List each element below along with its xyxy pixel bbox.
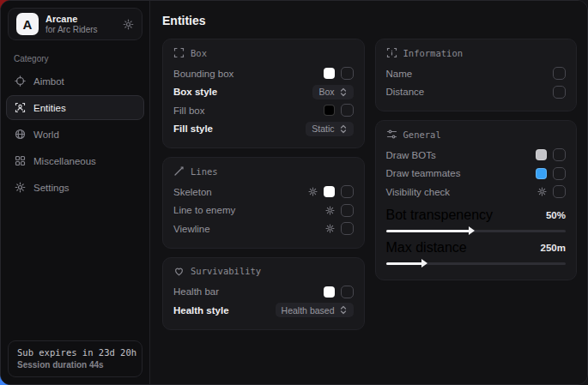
panel-box: BoxBounding boxBox styleBoxFill boxFill …	[162, 39, 365, 148]
sidebar-item-entities[interactable]: Entities	[6, 95, 144, 120]
checkbox[interactable]	[341, 222, 354, 235]
dropdown-health-style[interactable]: Health based	[276, 303, 354, 317]
dropdown-value: Static	[312, 123, 334, 134]
gear-icon	[15, 182, 26, 193]
row-health-style: Health styleHealth based	[173, 301, 354, 320]
color-swatch[interactable]	[536, 149, 547, 160]
gear-icon[interactable]	[537, 187, 547, 196]
panel-information: InformationNameDistance	[375, 39, 578, 111]
panel-columns: BoxBounding boxBox styleBoxFill boxFill …	[162, 39, 577, 330]
setting-label: Fill style	[173, 123, 213, 134]
setting-label: Viewline	[173, 224, 210, 234]
checkbox[interactable]	[553, 148, 566, 161]
panel-title: Survivability	[191, 266, 261, 276]
row-skeleton: Skeleton	[173, 183, 354, 202]
info-icon	[386, 47, 397, 58]
crosshair-icon	[15, 75, 26, 87]
row-fill-box: Fill box	[173, 101, 354, 120]
category-label: Category	[14, 54, 149, 63]
row-bounding-box: Bounding box	[173, 64, 354, 83]
setting-label: Health bar	[173, 286, 219, 297]
setting-label: Bot transpenency	[386, 208, 494, 223]
sidebar-item-world[interactable]: World	[6, 122, 144, 147]
panel-column: InformationNameDistanceGeneralDraw BOTsD…	[375, 39, 578, 280]
panel-lines: LinesSkeletonLine to enemyViewline	[162, 157, 365, 249]
row-health-bar: Health bar	[173, 283, 354, 302]
app-title: Arcane	[45, 14, 98, 25]
checkbox[interactable]	[341, 286, 354, 298]
color-swatch[interactable]	[536, 168, 547, 179]
panel-header: Lines	[173, 165, 354, 177]
chevrons-up-down-icon	[339, 124, 348, 134]
row-max-distance: Max distance250m	[386, 238, 567, 265]
heart-icon	[173, 266, 185, 277]
panel-general: GeneralDraw BOTsDraw teammatesVisibility…	[375, 120, 578, 280]
gear-icon[interactable]	[325, 224, 335, 233]
logo-card: A Arcane for Arc Riders	[8, 8, 142, 40]
sidebar-item-label: Settings	[33, 183, 70, 193]
setting-label: Draw teammates	[386, 168, 461, 178]
panel-header: Survivability	[173, 266, 354, 277]
app-subtitle: for Arc Riders	[45, 25, 98, 35]
session-duration-text: Session duration 44s	[17, 360, 133, 370]
setting-label: Skeleton	[173, 187, 212, 197]
slider-thumb[interactable]	[421, 259, 427, 268]
color-swatch[interactable]	[324, 105, 335, 116]
setting-label: Fill box	[173, 105, 204, 116]
sidebar-item-label: Aimbot	[33, 76, 64, 87]
panel-title: General	[403, 129, 441, 140]
row-viewline: Viewline	[173, 220, 354, 238]
sidebar-item-label: Entities	[33, 103, 66, 113]
checkbox[interactable]	[553, 167, 566, 180]
color-swatch[interactable]	[324, 286, 335, 298]
row-draw-bots: Draw BOTs	[386, 146, 567, 165]
sidebar-item-miscellaneous[interactable]: Miscellaneous	[6, 148, 144, 173]
gear-icon[interactable]	[123, 19, 134, 30]
color-swatch[interactable]	[324, 68, 335, 79]
panel-title: Lines	[191, 166, 218, 177]
checkbox[interactable]	[553, 86, 566, 99]
row-visibility-check: Visibility check	[386, 183, 567, 202]
row-line-to-enemy: Line to enemy	[173, 202, 354, 220]
panel-title: Box	[191, 48, 207, 58]
panel-column: BoxBounding boxBox styleBoxFill boxFill …	[162, 39, 365, 330]
slider-value: 250m	[541, 243, 566, 253]
globe-icon	[15, 129, 26, 140]
dropdown-value: Box	[318, 87, 334, 97]
line-icon	[173, 165, 185, 177]
sidebar-item-label: World	[33, 129, 59, 140]
gear-icon[interactable]	[308, 187, 318, 196]
row-box-style: Box styleBox	[173, 83, 354, 102]
dropdown-fill-style[interactable]: Static	[306, 122, 353, 136]
sidebar-item-settings[interactable]: Settings	[6, 175, 144, 200]
checkbox[interactable]	[341, 104, 354, 117]
gear-icon[interactable]	[325, 206, 335, 215]
slider-bot-transpenency[interactable]	[386, 230, 567, 232]
checkbox[interactable]	[553, 185, 566, 198]
slider-max-distance[interactable]	[386, 262, 567, 265]
entities-icon	[15, 102, 26, 113]
row-distance: Distance	[386, 83, 567, 102]
setting-label: Draw BOTs	[386, 150, 436, 160]
row-bot-transpenency: Bot transpenency50%	[386, 205, 567, 232]
setting-label: Name	[386, 69, 413, 79]
sidebar-item-aimbot[interactable]: Aimbot	[6, 69, 144, 93]
checkbox[interactable]	[341, 67, 354, 80]
setting-label: Visibility check	[386, 187, 451, 197]
checkbox[interactable]	[341, 185, 354, 198]
panel-header: General	[386, 129, 567, 140]
color-swatch[interactable]	[324, 186, 335, 197]
row-draw-teammates: Draw teammates	[386, 165, 567, 183]
panel-header: Box	[173, 47, 354, 58]
checkbox[interactable]	[553, 67, 566, 80]
page-title: Entities	[162, 14, 577, 27]
sliders-icon	[386, 129, 397, 140]
row-fill-style: Fill styleStatic	[173, 120, 354, 139]
setting-label: Health style	[173, 305, 229, 316]
dropdown-value: Health based	[282, 305, 335, 316]
dropdown-box-style[interactable]: Box	[312, 85, 353, 99]
slider-thumb[interactable]	[469, 226, 475, 235]
subscription-card: Sub expires in 23d 20h Session duration …	[8, 340, 142, 377]
sidebar-item-label: Miscellaneous	[33, 156, 96, 166]
checkbox[interactable]	[341, 204, 354, 217]
